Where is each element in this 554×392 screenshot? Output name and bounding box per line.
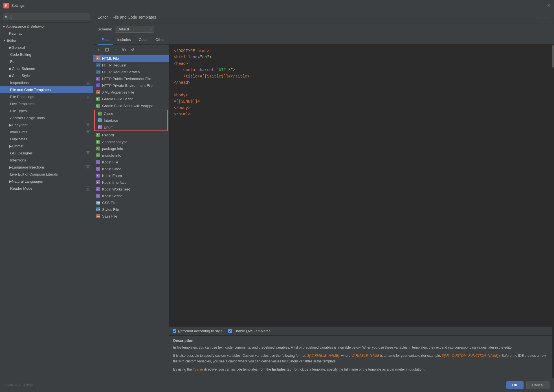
sidebar-item-duplicates[interactable]: Duplicates	[0, 136, 93, 143]
sidebar-item-label: Intentions	[10, 158, 26, 162]
code-line: <head>	[174, 61, 547, 67]
file-item-label: Kotlin Class	[102, 167, 122, 171]
package-icon: p	[96, 146, 100, 151]
reset-template-button[interactable]: ↺	[129, 46, 136, 53]
sidebar-item-inspections[interactable]: Inspections ⊞	[0, 79, 93, 86]
svg-text:C: C	[98, 112, 100, 115]
sidebar-item-code-style[interactable]: ▶ Code Style	[0, 72, 93, 79]
description-title: Description:	[173, 338, 548, 343]
svg-text:@: @	[97, 141, 99, 143]
svg-text:K: K	[97, 161, 98, 163]
tab-includes[interactable]: Includes	[113, 35, 135, 45]
file-item-label: Enum	[104, 125, 113, 129]
sidebar-item-language-injections[interactable]: ▶ Language Injections ⊞	[0, 164, 93, 171]
sidebar-item-label: File Encodings	[10, 95, 34, 99]
tab-other[interactable]: Other	[151, 35, 169, 45]
badge-icon: ⊞	[86, 151, 90, 155]
file-item-gradle[interactable]: G Gradle Build Script	[93, 96, 169, 102]
back-button[interactable]: ←	[535, 14, 542, 20]
file-item-enum[interactable]: E Enum	[95, 124, 167, 130]
sidebar-item-inlay-hints[interactable]: Inlay Hints ⊞	[0, 129, 93, 136]
svg-text:X: X	[96, 78, 98, 80]
file-item-kotlin-file[interactable]: K Kotlin File	[93, 159, 169, 165]
file-item-http-public[interactable]: X HTTP Public Environment File	[93, 75, 169, 82]
file-item-http-scratch[interactable]: API HTTP Request Scratch	[93, 68, 169, 75]
live-templates-checkbox[interactable]	[228, 329, 232, 333]
file-item-xml-properties[interactable]: XML XML Properties File	[93, 89, 169, 96]
file-item-http-request[interactable]: API HTTP Request	[93, 62, 169, 68]
sidebar-item-file-code-templates[interactable]: File and Code Templates	[0, 86, 93, 93]
sidebar-item-label: Keymap	[9, 31, 23, 36]
tab-files[interactable]: Files	[98, 35, 113, 45]
code-editor[interactable]: <!DOCTYPE html> <html lang="en"> <head> …	[169, 45, 552, 326]
file-item-package-info[interactable]: p package-info	[93, 145, 169, 152]
close-button[interactable]: ✕	[547, 3, 551, 8]
scheme-select[interactable]: Default Project	[115, 26, 154, 33]
reformat-checkbox[interactable]	[173, 329, 176, 333]
file-item-kotlin-script[interactable]: K Kotlin Script	[93, 192, 169, 199]
sidebar-item-android-design-tools[interactable]: Android Design Tools	[0, 114, 93, 121]
sidebar-item-editor[interactable]: ▼ Editor	[0, 37, 93, 44]
file-item-sass[interactable]: SASS Sass File	[93, 213, 169, 220]
sidebar-item-natural-languages[interactable]: ▶ Natural Languages	[0, 178, 93, 185]
svg-text:E: E	[98, 126, 100, 129]
file-item-label: Interface	[104, 118, 118, 123]
search-input[interactable]	[3, 14, 90, 20]
file-item-kotlin-enum[interactable]: K Kotlin Enum	[93, 172, 169, 179]
file-list-toolbar: + −	[93, 45, 169, 55]
right-scrollbar[interactable]	[552, 45, 554, 378]
file-item-http-private[interactable]: X HTTP Private Environment File	[93, 82, 169, 89]
sidebar-item-color-scheme[interactable]: ▶ Color Scheme	[0, 65, 93, 72]
file-item-css[interactable]: CSS CSS File	[93, 199, 169, 206]
file-item-kotlin-worksheet[interactable]: K Kotlin Worksheet	[93, 186, 169, 192]
file-item-class[interactable]: C Class	[95, 110, 167, 117]
sidebar-item-appearance[interactable]: ▶ Appearance & Behavior	[0, 23, 93, 30]
sidebar-item-live-edit-compose[interactable]: Live Edit of Compose Literals	[0, 171, 93, 178]
sidebar-item-file-types[interactable]: File Types	[0, 107, 93, 114]
reformat-checkbox-item[interactable]: Reformat according to style	[173, 329, 223, 333]
file-item-label: module-info	[102, 153, 121, 158]
cancel-button[interactable]: Cancel	[526, 381, 549, 389]
svg-text:K: K	[97, 188, 98, 191]
module-icon: m	[96, 153, 100, 158]
file-item-gradle-wrapper[interactable]: G Gradle Build Script with wrappe...	[93, 102, 169, 109]
sidebar-item-emmet[interactable]: ▶ Emmet	[0, 143, 93, 150]
sidebar-item-label: Natural Languages	[12, 179, 43, 183]
sidebar-item-file-encodings[interactable]: File Encodings ⊞	[0, 93, 93, 100]
sidebar-item-label: Appearance & Behavior	[6, 24, 45, 28]
forward-button[interactable]: →	[543, 14, 549, 20]
sidebar-item-font[interactable]: Font	[0, 58, 93, 65]
sidebar-item-copyright[interactable]: ▶ Copyright ⊞	[0, 121, 93, 129]
remove-template-button[interactable]: −	[112, 46, 119, 53]
file-item-html[interactable]: H HTML File	[93, 55, 169, 62]
sidebar-item-code-editing[interactable]: Code Editing	[0, 51, 93, 58]
duplicate-template-button[interactable]	[121, 46, 127, 53]
copy-template-button[interactable]	[104, 46, 111, 53]
arrow-right-icon: ▶	[9, 123, 12, 127]
sidebar-item-gui-designer[interactable]: GUI Designer ⊞	[0, 150, 93, 157]
sidebar-item-keymap[interactable]: Keymap	[0, 30, 93, 37]
file-item-interface[interactable]: I Interface	[95, 117, 167, 124]
tab-code[interactable]: Code	[135, 35, 151, 45]
file-item-stylus[interactable]: STY Stylus File	[93, 206, 169, 213]
sidebar-item-reader-mode[interactable]: Reader Mode ⊞	[0, 185, 93, 192]
sidebar-item-general[interactable]: ▶ General	[0, 44, 93, 51]
sidebar: ▶ Appearance & Behavior Keymap ▼ Editor …	[0, 11, 93, 378]
file-item-kotlin-class[interactable]: K Kotlin Class	[93, 165, 169, 172]
file-item-label: Gradle Build Script	[102, 97, 133, 101]
live-templates-checkbox-item[interactable]: Enable Live Templates	[228, 329, 271, 333]
code-line: <html lang="en">	[174, 54, 547, 60]
css-icon: CSS	[96, 200, 100, 205]
file-item-label: HTTP Request	[102, 63, 126, 67]
file-item-record[interactable]: R Record	[93, 132, 169, 138]
sidebar-item-label: Color Scheme	[12, 67, 35, 71]
svg-text:p: p	[97, 148, 98, 150]
add-template-button[interactable]: +	[95, 46, 102, 53]
sidebar-item-intentions[interactable]: Intentions	[0, 157, 93, 164]
file-item-annotation[interactable]: @ AnnotationType	[93, 138, 169, 145]
sidebar-item-live-templates[interactable]: Live Templates	[0, 100, 93, 107]
file-item-module-info[interactable]: m module-info	[93, 152, 169, 159]
file-item-kotlin-interface[interactable]: K Kotlin Interface	[93, 179, 169, 186]
file-list: H HTML File API HTTP Request API HTTP Re…	[93, 55, 169, 378]
ok-button[interactable]: OK	[506, 381, 524, 389]
